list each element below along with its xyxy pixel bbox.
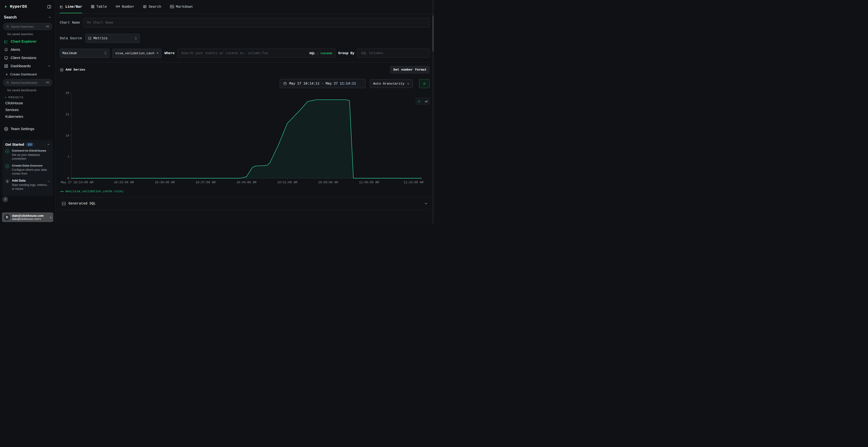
bar-view-button[interactable] — [423, 98, 429, 104]
data-source-row: Data Source Metrics — [60, 34, 430, 43]
set-number-format-button[interactable]: Set number format — [390, 66, 430, 74]
legend-swatch — [60, 191, 64, 192]
group-by-input[interactable] — [357, 49, 430, 58]
presets-label: PRESETS — [8, 96, 23, 99]
tab-number[interactable]: 123 Number — [116, 0, 134, 13]
generated-sql-toggle[interactable]: Generated SQL — [60, 197, 430, 210]
play-icon — [423, 82, 426, 85]
saved-dashboards-shortcut: ⌘K — [46, 81, 49, 84]
svg-text:10:37:00 AM: 10:37:00 AM — [195, 181, 216, 184]
preset-kubernetes[interactable]: Kubernetes — [0, 113, 55, 120]
metrics-icon — [88, 37, 91, 40]
user-menu[interactable]: D dale@clickhouse.com dale@clickhouse.co… — [2, 212, 53, 222]
check-circle-icon — [5, 149, 9, 153]
sidebar-item-chart-explorer[interactable]: Chart Explorer — [0, 37, 55, 45]
collapse-sidebar-icon[interactable] — [47, 5, 51, 9]
svg-text:10:30:00 AM: 10:30:00 AM — [155, 181, 175, 184]
help-button[interactable]: ? — [2, 197, 8, 202]
lucene-toggle-option[interactable]: Lucene — [320, 51, 332, 55]
tab-line-bar[interactable]: Line/Bar — [60, 0, 82, 13]
sidebar-item-client-sessions[interactable]: Client Sessions — [0, 54, 55, 62]
saved-searches-input[interactable]: Saved Searches ⌘K — [3, 23, 52, 30]
get-started-item-title: Create Data Sources — [12, 164, 50, 168]
app-root: HyperDX Search Saved Searches ⌘K No save… — [0, 0, 434, 224]
data-source-label: Data Source — [60, 36, 82, 40]
tab-table[interactable]: Table — [91, 0, 107, 13]
add-series-button[interactable]: Add Series — [60, 68, 85, 72]
saved-dashboards-placeholder: Saved Dashboards — [11, 81, 44, 84]
gear-icon — [4, 127, 8, 131]
sql-toggle-option[interactable]: SQL — [309, 51, 315, 55]
chart-name-row: Chart Name — [60, 18, 430, 28]
calendar-icon — [283, 82, 287, 85]
time-range-picker[interactable]: May 27 10:14:11 - May 27 11:14:11 — [280, 79, 366, 88]
data-source-select[interactable]: Metrics — [85, 34, 140, 43]
check-circle-icon — [5, 164, 9, 168]
sidebar-section-search[interactable]: Search — [0, 11, 55, 22]
step-number-badge: 3 — [5, 179, 9, 183]
chart-type-tabs: Line/Bar Table 123 Number Search — [56, 0, 434, 13]
tab-markdown[interactable]: Markdown — [170, 0, 193, 13]
metric-tag[interactable]: visa_validation_cach × — [112, 49, 161, 58]
aggregation-select[interactable]: Maximum — [60, 49, 110, 58]
logo-row: HyperDX — [0, 0, 55, 11]
chart-name-label: Chart Name — [60, 21, 80, 25]
saved-searches-shortcut: ⌘K — [46, 25, 49, 28]
tab-label: Table — [96, 5, 107, 9]
get-started-item-sources[interactable]: Create Data Sources Configure where your… — [5, 164, 50, 176]
granularity-select[interactable]: Auto Granularity — [370, 79, 413, 88]
plus-icon — [5, 73, 8, 76]
toggle-divider: | — [317, 51, 319, 55]
preset-clickhouse[interactable]: ClickHouse — [0, 100, 55, 106]
sidebar-item-dashboards[interactable]: Dashboards — [0, 62, 55, 70]
chevron-up-icon[interactable] — [47, 143, 50, 146]
create-dashboard-button[interactable]: Create Dashboard — [0, 70, 55, 78]
chart-name-input[interactable] — [84, 18, 430, 28]
tab-search[interactable]: Search — [143, 0, 161, 13]
app-title: HyperDX — [10, 4, 27, 9]
line-chart-svg[interactable]: 07142128May 27 10:14:00 AM10:23:00 AM10:… — [60, 90, 424, 186]
main-panel: Line/Bar Table 123 Number Search — [56, 0, 434, 224]
data-source-value: Metrics — [93, 36, 107, 40]
scrollbar-thumb[interactable] — [432, 15, 434, 51]
add-series-label: Add Series — [66, 68, 85, 72]
sidebar-item-team-settings[interactable]: Team Settings — [0, 125, 55, 133]
chart-area[interactable]: 07142128May 27 10:14:00 AM10:23:00 AM10:… — [60, 90, 430, 193]
sidebar-item-label: Chart Explorer — [10, 39, 37, 44]
code-icon — [62, 202, 66, 206]
avatar: D — [4, 214, 10, 220]
scrollbar[interactable] — [432, 0, 434, 224]
remove-metric-icon[interactable]: × — [156, 51, 159, 56]
run-query-button[interactable] — [419, 79, 430, 88]
series-row: Maximum visa_validation_cach × Where SQL… — [60, 49, 430, 58]
aggregation-value: Maximum — [62, 51, 77, 55]
number-123-icon: 123 — [116, 5, 120, 8]
chart-legend: max(visa_validation_cache.size) — [60, 190, 430, 193]
line-view-button[interactable] — [416, 98, 423, 104]
saved-searches-placeholder: Saved Searches — [11, 25, 44, 28]
granularity-value: Auto Granularity — [373, 82, 404, 85]
dashboards-icon — [4, 64, 8, 68]
search-section-label: Search — [4, 15, 17, 20]
no-saved-searches-note: No saved searches — [0, 30, 55, 37]
presets-toggle[interactable]: PRESETS — [0, 94, 55, 100]
svg-text:10:23:00 AM: 10:23:00 AM — [114, 181, 134, 184]
get-started-item-desc: Set up your database connection — [12, 153, 50, 161]
saved-dashboards-input[interactable]: Saved Dashboards ⌘K — [3, 79, 52, 86]
svg-text:10:44:00 AM: 10:44:00 AM — [237, 181, 256, 184]
time-range-value: May 27 10:14:11 - May 27 11:14:11 — [289, 82, 356, 85]
plus-circle-icon — [60, 68, 64, 72]
chevron-down-icon — [424, 202, 428, 205]
tab-label: Markdown — [176, 5, 193, 9]
hyperdx-logo-icon — [4, 5, 8, 9]
preset-services[interactable]: Services — [0, 106, 55, 113]
chevron-up-icon — [48, 16, 51, 19]
bell-icon — [4, 48, 8, 52]
tab-label: Number — [122, 5, 134, 9]
get-started-item-add-data[interactable]: 3 Add Data → Start sending logs, metrics… — [5, 179, 50, 191]
sidebar-item-alerts[interactable]: Alerts — [0, 45, 55, 54]
search-icon — [6, 81, 9, 84]
create-dashboard-label: Create Dashboard — [10, 72, 37, 76]
metric-tag-label: visa_validation_cach — [115, 51, 154, 55]
get-started-item-connect[interactable]: Connect to ClickHouse Set up your databa… — [5, 149, 50, 161]
